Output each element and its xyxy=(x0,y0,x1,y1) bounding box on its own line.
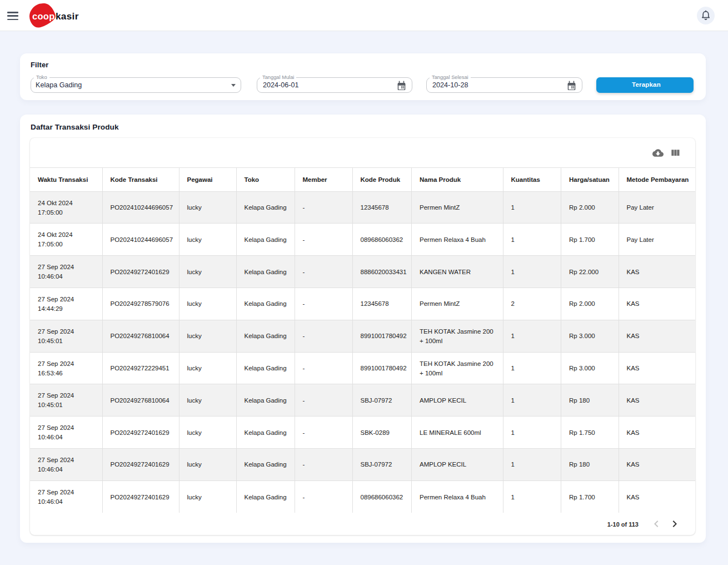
svg-text:coop: coop xyxy=(32,11,55,21)
svg-text:kasir: kasir xyxy=(56,11,79,22)
